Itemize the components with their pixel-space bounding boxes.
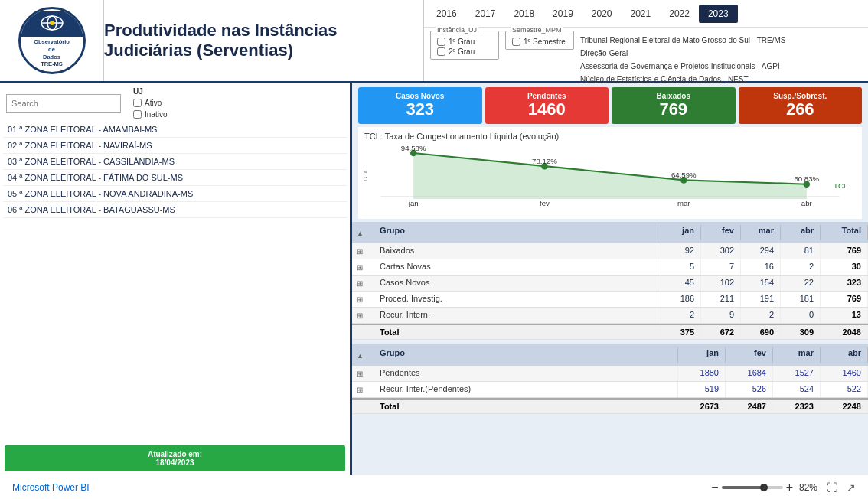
year-2021[interactable]: 2021 <box>622 5 661 23</box>
year-2018[interactable]: 2018 <box>504 5 543 23</box>
row1-jan: 5 <box>661 259 701 275</box>
table1-section: ▲ Grupo jan fev mar abr Total ⊞ Baixados… <box>352 222 868 340</box>
zoom-thumb[interactable] <box>760 484 768 491</box>
chart-val-abr: 60.83% <box>794 174 819 183</box>
row2-mar: 154 <box>741 276 781 291</box>
instancia-2grau-checkbox[interactable] <box>437 47 445 56</box>
uj-inativo-option[interactable]: Inativo <box>133 110 167 119</box>
logo-area: Observatório de Dados TRE-MS <box>0 0 103 81</box>
year-2022[interactable]: 2022 <box>660 5 699 23</box>
chart-x-abr: abr <box>801 199 813 207</box>
svg-point-3 <box>50 21 54 25</box>
year-2020[interactable]: 2020 <box>582 5 622 23</box>
uj-ativo-label: Ativo <box>145 99 162 107</box>
row0-expand[interactable]: ⊞ <box>352 243 374 259</box>
row3-jan: 186 <box>661 292 701 307</box>
year-2017[interactable]: 2017 <box>466 5 505 23</box>
row4-fev: 9 <box>701 308 741 323</box>
chart-title: TCL: Taxa de Congestionamento Líquida (e… <box>364 132 856 141</box>
updated-box: Atualizado em: 18/04/2023 <box>5 445 345 471</box>
semestre-1-option[interactable]: 1º Semestre <box>512 38 567 46</box>
info-line2: Direção-Geral <box>580 47 862 60</box>
search-input[interactable] <box>6 94 121 113</box>
table2-col-mar: mar <box>773 347 821 363</box>
table1-row-3: ⊞ Proced. Investig. 186 211 191 181 769 <box>352 292 868 308</box>
table1-col-jan: jan <box>661 225 701 240</box>
zone-item-4[interactable]: 05 ª ZONA ELEITORAL - NOVA ANDRADINA-MS <box>3 186 347 202</box>
table2-sort-icon[interactable]: ▲ <box>352 347 374 363</box>
semestre-1-checkbox[interactable] <box>512 38 520 46</box>
table2-row-1: ⊞ Recur. Inter.(Pendentes) 519 526 524 5… <box>352 382 868 398</box>
year-2019[interactable]: 2019 <box>543 5 582 23</box>
t2-row1-mar: 524 <box>773 382 821 397</box>
table2-total-label: Total <box>374 400 678 413</box>
zone-item-5[interactable]: 06 ª ZONA ELEITORAL - BATAGUASSU-MS <box>3 202 347 218</box>
table2-col-abr: abr <box>821 347 868 363</box>
row2-abr: 22 <box>781 276 821 291</box>
row4-mar: 2 <box>741 308 781 323</box>
table1-sort-icon[interactable]: ▲ <box>352 225 374 240</box>
kpi-casos-novos-value: 323 <box>406 100 434 119</box>
t2-row1-jan: 519 <box>678 382 726 397</box>
row0-fev: 302 <box>701 243 741 259</box>
kpi-susp-sobrest: Susp./Sobrest. 266 <box>739 87 863 124</box>
semestre-label: Semestre_MPM <box>511 26 563 34</box>
kpi-row: Casos Novos 323 Pendentes 1460 Baixados … <box>352 83 868 127</box>
t2-row1-grupo: Recur. Inter.(Pendentes) <box>374 382 678 397</box>
t2-row0-mar: 1527 <box>773 366 821 381</box>
zone-item-2[interactable]: 03 ª ZONA ELEITORAL - CASSILÂNDIA-MS <box>3 154 347 170</box>
table2-col-fev: fev <box>726 347 773 363</box>
row3-abr: 181 <box>781 292 821 307</box>
table1-col-fev: fev <box>701 225 741 240</box>
t2-row1-expand[interactable]: ⊞ <box>352 382 374 397</box>
instancia-2grau-option[interactable]: 2º Grau <box>437 47 492 56</box>
table2-col-grupo: Grupo <box>374 347 678 363</box>
table1-total-fev: 672 <box>701 325 741 339</box>
logo-circle: Observatório de Dados TRE-MS <box>18 7 86 74</box>
logo-icon <box>40 15 64 31</box>
uj-ativo-checkbox[interactable] <box>133 99 142 107</box>
year-2023[interactable]: 2023 <box>699 5 738 23</box>
zone-item-3[interactable]: 04 ª ZONA ELEITORAL - FÁTIMA DO SUL-MS <box>3 170 347 186</box>
row1-expand[interactable]: ⊞ <box>352 259 374 275</box>
row4-expand[interactable]: ⊞ <box>352 308 374 323</box>
table1-row-4: ⊞ Recur. Intern. 2 9 2 0 13 <box>352 308 868 324</box>
t2-row0-jan: 1880 <box>678 366 726 381</box>
t2-row1-fev: 526 <box>726 382 773 397</box>
instancia-1grau-checkbox[interactable] <box>437 38 445 46</box>
t2-total-spacer <box>352 400 374 413</box>
title-block: Produtividade nas Instâncias Judiciárias… <box>103 0 424 81</box>
table1-total-label: Total <box>374 325 661 339</box>
table2-total-abr: 2248 <box>821 400 868 413</box>
zoom-bar[interactable] <box>722 486 783 489</box>
row3-expand[interactable]: ⊞ <box>352 292 374 307</box>
left-column: UJ Ativo Inativo 01 ª ZONA ELEITORAL - A… <box>0 83 352 475</box>
share-icon[interactable]: ↗ <box>847 481 856 494</box>
uj-inativo-checkbox[interactable] <box>133 110 142 119</box>
uj-ativo-option[interactable]: Ativo <box>133 99 167 107</box>
instancia-1grau-option[interactable]: 1º Grau <box>437 38 492 46</box>
table1-row-1: ⊞ Cartas Novas 5 7 16 2 30 <box>352 259 868 276</box>
instancia-2grau-label: 2º Grau <box>449 47 475 56</box>
zoom-minus-icon[interactable]: − <box>711 481 718 494</box>
t2-row0-grupo: Pendentes <box>374 366 678 381</box>
kpi-pendentes: Pendentes 1460 <box>485 87 609 124</box>
zoom-controls: − + 82% ⛶ ↗ <box>711 481 856 494</box>
t2-row0-expand[interactable]: ⊞ <box>352 366 374 381</box>
row3-total: 769 <box>821 292 868 307</box>
year-2016[interactable]: 2016 <box>427 5 466 23</box>
table2-total-fev: 2487 <box>726 400 773 413</box>
top-bar: Observatório de Dados TRE-MS Produtivida… <box>0 0 868 83</box>
row2-expand[interactable]: ⊞ <box>352 276 374 291</box>
fullscreen-icon[interactable]: ⛶ <box>827 481 837 494</box>
info-line1: Tribunal Regional Eleitoral de Mato Gros… <box>580 34 862 47</box>
row2-total: 323 <box>821 276 868 291</box>
zone-item-1[interactable]: 02 ª ZONA ELEITORAL - NAVIRAÍ-MS <box>3 138 347 154</box>
instancia-label: Instância_UJ <box>436 26 478 34</box>
chart-x-fev: fev <box>540 199 550 207</box>
tcl-chart-svg: TCL jan fev mar abr TCL <box>364 142 856 210</box>
zoom-plus-icon[interactable]: + <box>786 481 793 494</box>
zone-item-0[interactable]: 01 ª ZONA ELEITORAL - AMAMBAI-MS <box>3 122 347 138</box>
table2-row-0: ⊞ Pendentes 1880 1684 1527 1460 <box>352 366 868 382</box>
powerbi-link[interactable]: Microsoft Power BI <box>12 482 90 493</box>
